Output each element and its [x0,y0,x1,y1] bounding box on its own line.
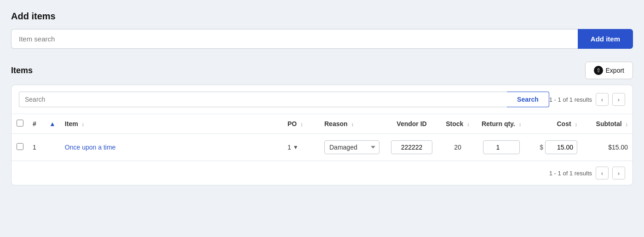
row-cost: $ [527,134,582,161]
row-item-name: Once upon a time [60,134,283,161]
return-qty-sort-icon: ↕ [519,121,522,127]
row-reason: DamagedDefectiveExpiredIncorrectOther [320,134,384,161]
cost-input[interactable] [545,140,577,154]
col-header-subtotal: Subtotal ↕ [582,114,632,134]
sort-up-icon: ▲ [49,120,56,127]
table-row: 1 Once upon a time 1 ▼ DamagedDefectiveE… [12,134,632,161]
items-header: Items ⇧ Export [11,62,633,79]
reason-sort-icon: ↕ [351,121,354,127]
row-vendor-id [384,134,439,161]
add-item-bar: Add item [11,29,633,49]
row-po: 1 ▼ [283,134,320,161]
table-search-input[interactable] [19,92,507,107]
vendor-id-input[interactable] [391,140,432,154]
po-select[interactable]: 1 ▼ [288,144,299,151]
export-button[interactable]: ⇧ Export [585,62,633,79]
col-header-num: # [28,114,45,134]
row-return-qty [476,134,527,161]
items-title: Items [11,66,33,75]
stock-sort-icon: ↕ [467,121,470,127]
row-num: 1 [28,134,45,161]
row-checkbox[interactable] [17,143,23,150]
export-icon: ⇧ [594,66,603,75]
reason-select[interactable]: DamagedDefectiveExpiredIncorrectOther [324,140,380,154]
items-table: # ▲ Item ↕ PO ↕ Reason ↕ Vendo [12,114,632,161]
cost-currency-symbol: $ [540,144,543,151]
row-stock: 20 [439,134,476,161]
item-sort-icon: ↕ [82,121,85,127]
top-results-text: 1 - 1 of 1 results [549,96,592,103]
search-row: Search 1 - 1 of 1 results ‹ › [12,85,632,114]
table-container: Search 1 - 1 of 1 results ‹ › # ▲ Item [11,85,633,185]
col-header-sort: ▲ [45,114,60,134]
row-checkbox-cell [12,134,28,161]
po-dropdown-icon: ▼ [293,144,299,150]
select-all-checkbox[interactable] [17,120,23,127]
add-item-button[interactable]: Add item [578,29,633,49]
subtotal-sort-icon: ↕ [626,121,628,127]
col-header-check [12,114,28,134]
prev-page-button[interactable]: ‹ [596,93,609,106]
add-items-title: Add items [11,11,633,22]
item-search-input[interactable] [11,29,578,49]
col-header-reason: Reason ↕ [320,114,384,134]
col-header-stock: Stock ↕ [439,114,476,134]
col-header-cost: Cost ↕ [527,114,582,134]
export-label: Export [606,67,624,74]
bottom-prev-page-button[interactable]: ‹ [596,167,609,179]
col-header-po: PO ↕ [283,114,320,134]
col-header-vendor: Vendor ID [384,114,439,134]
col-header-item: Item ↕ [60,114,283,134]
bottom-next-page-button[interactable]: › [612,167,625,179]
table-search-button[interactable]: Search [507,92,549,107]
col-header-return-qty: Return qty. ↕ [476,114,527,134]
row-subtotal: $15.00 [582,134,632,161]
bottom-results-text: 1 - 1 of 1 results [549,170,592,177]
top-pagination: 1 - 1 of 1 results ‹ › [549,93,625,106]
next-page-button[interactable]: › [612,93,625,106]
row-sort-handle [45,134,60,161]
po-sort-icon: ↕ [300,121,303,127]
return-qty-input[interactable] [483,140,520,154]
item-link[interactable]: Once upon a time [65,144,116,151]
cost-sort-icon: ↕ [575,121,578,127]
bottom-pagination: 1 - 1 of 1 results ‹ › [12,161,632,185]
